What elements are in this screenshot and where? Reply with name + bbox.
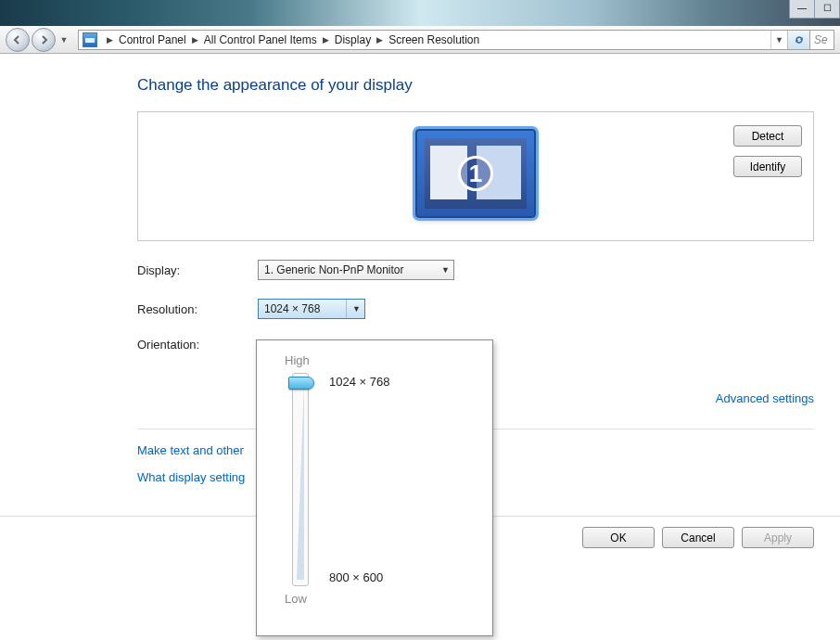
detect-button[interactable]: Detect xyxy=(733,125,802,147)
orientation-label: Orientation: xyxy=(137,338,258,352)
forward-button[interactable] xyxy=(32,28,56,52)
maximize-button[interactable]: ☐ xyxy=(814,0,840,19)
dialog-footer: OK Cancel Apply xyxy=(582,527,814,548)
slider-value-high: 1024 × 768 xyxy=(329,375,389,389)
breadcrumb-item[interactable]: Control Panel xyxy=(117,31,188,49)
identify-button[interactable]: Identify xyxy=(733,156,802,177)
slider-low-label: Low xyxy=(285,592,477,606)
chevron-down-icon: ▼ xyxy=(346,300,361,318)
slider-thumb[interactable] xyxy=(288,377,314,390)
breadcrumb-separator-icon[interactable]: ▶ xyxy=(319,35,333,45)
minimize-button[interactable]: — xyxy=(789,0,815,19)
breadcrumb-separator-icon[interactable]: ▶ xyxy=(188,35,202,45)
page-title: Change the appearance of your display xyxy=(137,76,814,95)
cancel-button[interactable]: Cancel xyxy=(662,527,734,548)
ok-button[interactable]: OK xyxy=(582,527,655,548)
advanced-settings-link[interactable]: Advanced settings xyxy=(716,391,814,405)
resolution-label: Resolution: xyxy=(137,302,258,316)
apply-button[interactable]: Apply xyxy=(742,527,814,548)
navigation-bar: ▼ ▶ Control Panel ▶ All Control Panel It… xyxy=(0,26,840,54)
slider-high-label: High xyxy=(285,353,477,367)
breadcrumb-item[interactable]: All Control Panel Items xyxy=(202,31,319,49)
window-controls: — ☐ xyxy=(790,0,840,19)
back-button[interactable] xyxy=(6,28,30,52)
resolution-combobox[interactable]: 1024 × 768 ▼ xyxy=(258,299,365,319)
history-dropdown-icon[interactable]: ▼ xyxy=(57,32,70,48)
text-size-link[interactable]: Make text and other xyxy=(137,443,245,457)
what-settings-link[interactable]: What display setting xyxy=(137,470,245,484)
resolution-value: 1024 × 768 xyxy=(264,302,320,315)
refresh-button[interactable] xyxy=(787,31,809,49)
monitor-number-badge: 1 xyxy=(458,156,493,191)
address-dropdown-icon[interactable]: ▼ xyxy=(770,31,787,49)
display-label: Display: xyxy=(137,263,258,277)
control-panel-icon xyxy=(83,32,97,47)
window-titlebar: — ☐ xyxy=(0,0,840,26)
breadcrumb-separator-icon[interactable]: ▶ xyxy=(103,35,117,45)
resolution-popup: High 1024 × 768 800 × 600 Low xyxy=(256,339,493,636)
display-combobox[interactable]: 1. Generic Non-PnP Monitor ▼ xyxy=(258,260,454,280)
display-preview: 1 Detect Identify xyxy=(137,111,814,241)
breadcrumb-item[interactable]: Screen Resolution xyxy=(387,31,481,49)
monitor-thumbnail[interactable]: 1 xyxy=(415,129,536,218)
address-bar[interactable]: ▶ Control Panel ▶ All Control Panel Item… xyxy=(78,30,810,50)
main-content: Change the appearance of your display 1 … xyxy=(0,54,840,352)
breadcrumb-separator-icon[interactable]: ▶ xyxy=(373,35,387,45)
breadcrumb-item[interactable]: Display xyxy=(333,31,373,49)
resolution-slider[interactable]: 1024 × 768 800 × 600 xyxy=(288,373,477,586)
search-input[interactable]: Se xyxy=(810,30,834,50)
display-value: 1. Generic Non-PnP Monitor xyxy=(264,263,404,276)
chevron-down-icon: ▼ xyxy=(434,265,450,275)
slider-value-low: 800 × 600 xyxy=(329,570,383,584)
slider-track xyxy=(292,373,309,586)
